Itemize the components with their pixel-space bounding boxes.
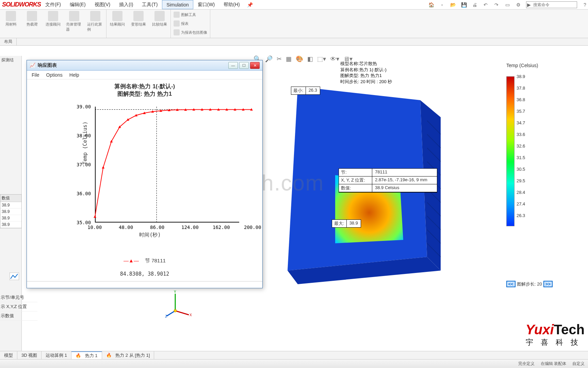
legend-tick: 30.5: [517, 167, 525, 179]
scene-icon[interactable]: ◧: [307, 55, 313, 63]
menu-view[interactable]: 视图(V): [90, 0, 115, 9]
ribbon-shell-mgr[interactable]: 壳体管理器: [66, 11, 82, 36]
display-style-icon[interactable]: ▦: [286, 55, 292, 63]
response-chart-window[interactable]: 📈 响应图表 — ☐ ✕ File Options Help 算例名称:热力 1…: [27, 60, 263, 288]
ribbon-material[interactable]: 用材料: [3, 11, 19, 36]
tab-layout[interactable]: 布局: [0, 38, 17, 45]
ribbon-run-study[interactable]: 运行此算例: [87, 11, 103, 36]
ribbon-include-image[interactable]: 为报表包括图像: [174, 29, 207, 36]
search-input[interactable]: [532, 2, 577, 7]
tab-model[interactable]: 模型: [0, 351, 17, 359]
search-icon: ▶: [526, 2, 532, 8]
menu-tools[interactable]: 工具(T): [137, 0, 162, 9]
chart-menu-file[interactable]: File: [32, 72, 39, 78]
legend-tick: 35.7: [517, 109, 525, 121]
chart-ylabel: Temp (Celsius): [82, 122, 88, 165]
value-row: 38.9: [0, 221, 21, 228]
ribbon-conn-advisor[interactable]: 连接顾问: [45, 11, 61, 36]
status-editing: 在编辑 装配体: [541, 361, 566, 367]
min-value: 26.3: [306, 87, 320, 94]
step-control: << 图解步长: 20 >>: [506, 281, 553, 287]
value-row: 38.9: [0, 202, 21, 209]
ribbon-report[interactable]: 报表: [174, 20, 207, 27]
ribbon-plot-tools[interactable]: 图解工具: [174, 11, 207, 18]
settings-icon[interactable]: ⚙: [515, 2, 521, 8]
app-logo: SOLIDWORKS: [2, 1, 46, 8]
svg-text:Y: Y: [174, 290, 176, 294]
chart-statusbar: [27, 281, 262, 288]
tab-thermal1[interactable]: 🔥 热力 1: [71, 351, 102, 359]
ribbon-deform[interactable]: 变形结果: [130, 11, 147, 36]
chart-icon[interactable]: [10, 273, 19, 281]
ribbon-compare[interactable]: 比较结果: [151, 11, 168, 36]
max-value: 38.9: [347, 220, 361, 227]
print-icon[interactable]: 🖨: [472, 2, 478, 8]
chart-menu-help[interactable]: Help: [69, 72, 79, 78]
status-defined: 完全定义: [518, 361, 535, 367]
save-icon[interactable]: 💾: [461, 2, 467, 8]
x-tick: 10.00: [87, 225, 102, 230]
open-icon[interactable]: 📂: [450, 2, 456, 8]
svg-text:X: X: [190, 313, 192, 317]
max-label: 最大:: [332, 220, 347, 227]
chart-menu-options[interactable]: Options: [46, 72, 63, 78]
view-orient-icon[interactable]: ⬚▾: [317, 55, 326, 63]
section-icon[interactable]: ✂: [277, 55, 282, 63]
min-callout[interactable]: 最小: 26.3: [291, 87, 320, 95]
tab-motion[interactable]: 运动算例 1: [42, 351, 71, 359]
probe-val-node: 78111: [372, 169, 437, 177]
minimize-button[interactable]: —: [228, 62, 238, 69]
new-icon[interactable]: ▫: [439, 2, 445, 8]
study-tabs: 模型 3D 视图 运动算例 1 🔥 热力 1 🔥 热力 2 从 [热力 1]: [0, 351, 588, 359]
chart-xlabel: 时间(秒): [47, 232, 253, 238]
brand-logo: YuxiTech 宇 喜 科 技: [526, 322, 585, 348]
appearance-icon[interactable]: 🎨: [296, 55, 303, 63]
probe-tooltip[interactable]: 节:78111 X, Y, Z 位置:2.87e-15, -7.19e-16, …: [339, 168, 437, 193]
undo-icon[interactable]: ↶: [483, 2, 489, 8]
options-list: 示节/单元号 示 X,Y,Z 位置 示数值: [0, 293, 37, 321]
opt-show-value[interactable]: 示数值: [0, 311, 37, 321]
orientation-triad[interactable]: Y X Z: [165, 290, 192, 318]
legend-tick: 27.4: [517, 202, 525, 213]
chart-body: 算例名称:热力 1(-默认-) 图解类型: 热力 热力1 Temp (Celsi…: [27, 79, 262, 288]
redo-icon[interactable]: ↷: [493, 2, 500, 8]
zoom-area-icon[interactable]: 🔎: [265, 55, 273, 63]
select-icon[interactable]: ▭: [504, 2, 510, 8]
probe-val-xyz: 2.87e-15, -7.19e-16, 9 mm: [372, 177, 437, 184]
svg-marker-24: [94, 215, 96, 218]
svg-marker-25: [102, 166, 104, 169]
chart-plot-area[interactable]: Temp (Celsius) 时间(秒) 35.0036.0037.0038.0…: [47, 103, 253, 246]
opt-show-xyz[interactable]: 示 X,Y,Z 位置: [0, 302, 37, 311]
help-icon[interactable]: ?: [582, 2, 588, 8]
opt-show-node-id[interactable]: 示节/单元号: [0, 293, 37, 302]
hide-show-icon[interactable]: 👁▾: [330, 55, 339, 63]
tab-3dview[interactable]: 3D 视图: [17, 351, 42, 359]
y-tick: 39.00: [77, 104, 91, 109]
menu-file[interactable]: 文件(F): [41, 0, 65, 9]
x-tick: 48.00: [119, 225, 133, 230]
legend-tick: 28.4: [517, 190, 525, 202]
tab-thermal2[interactable]: 🔥 热力 2 从 [热力 1]: [102, 351, 154, 359]
ribbon-thermal-load[interactable]: 热载荷: [24, 11, 40, 36]
maximize-button[interactable]: ☐: [239, 62, 249, 69]
status-custom[interactable]: 自定义: [572, 361, 585, 367]
chart-window-titlebar[interactable]: 📈 响应图表 — ☐ ✕: [27, 60, 262, 71]
max-callout[interactable]: 最大: 38.9: [332, 219, 361, 228]
close-button[interactable]: ✕: [250, 62, 260, 69]
ribbon-results-advisor[interactable]: 结果顾问: [109, 11, 126, 36]
color-legend: Temp (Celsius) 38.937.836.835.734.733.63…: [506, 63, 547, 72]
menu-insert[interactable]: 插入(I): [115, 0, 137, 9]
menu-edit[interactable]: 编辑(E): [65, 0, 90, 9]
menu-window[interactable]: 窗口(W): [193, 0, 219, 9]
step-next-button[interactable]: >>: [543, 281, 553, 287]
step-prev-button[interactable]: <<: [506, 281, 516, 287]
command-search[interactable]: ▶: [526, 1, 577, 8]
legend-tick: 33.6: [517, 132, 525, 144]
menu-help[interactable]: 帮助(H): [219, 0, 244, 9]
svg-line-19: [166, 311, 175, 316]
menu-simulation[interactable]: Simulation: [162, 0, 193, 9]
view-toolbar: 🔍 🔎 ✂ ▦ 🎨 ◧ ⬚▾ 👁▾ 🖥▾: [254, 55, 353, 63]
pin-icon[interactable]: 📌: [244, 0, 256, 9]
home-icon[interactable]: 🏠: [428, 2, 434, 8]
legend-bar: [506, 76, 514, 226]
